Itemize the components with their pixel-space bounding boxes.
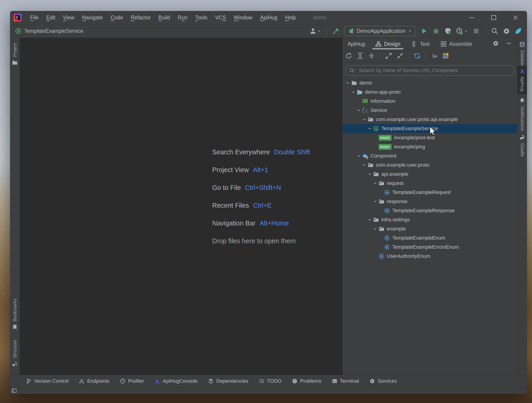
toolwindow-services[interactable]: Services	[369, 378, 397, 384]
menu-refactor[interactable]: Refactor	[131, 15, 151, 21]
sync-button[interactable]	[414, 52, 421, 60]
chevron-down-icon[interactable]	[367, 217, 373, 222]
menu-edit[interactable]: Edit	[46, 15, 55, 21]
expand-all-button[interactable]	[357, 52, 364, 60]
menu-help[interactable]: Help	[285, 15, 296, 21]
debug-button[interactable]	[432, 27, 440, 35]
maximize-diag-button[interactable]	[385, 52, 392, 60]
chevron-down-icon[interactable]	[367, 126, 373, 131]
panel-settings-button[interactable]	[493, 40, 499, 48]
tree-row[interactable]: {}Service	[342, 106, 517, 115]
toolwindow-problems[interactable]: Problems	[292, 378, 321, 384]
tab-test[interactable]: Test	[411, 38, 430, 50]
toolwindow-todo[interactable]: TODO	[259, 378, 281, 384]
tree-row[interactable]: api.example	[342, 170, 517, 179]
profiler-button[interactable]	[456, 27, 468, 35]
stop-button[interactable]	[473, 27, 480, 35]
tree-row[interactable]: demo-app-proto	[342, 88, 517, 97]
tree-row[interactable]: mTemplateExampleRequest	[342, 188, 517, 197]
shortcut-keys: Ctrl+E	[253, 202, 272, 209]
svg-text:m: m	[363, 154, 366, 158]
editor-area: Search EverywhereDouble ShiftProject Vie…	[20, 38, 342, 375]
minimize-diag-button[interactable]	[397, 52, 403, 60]
tree-row[interactable]: example	[342, 224, 517, 233]
menu-file[interactable]: File	[30, 15, 38, 21]
debug-icon	[432, 27, 440, 35]
tree-row[interactable]: request	[342, 179, 517, 188]
tree-row[interactable]: EUserAuthorityEnum	[342, 252, 517, 261]
tree-row[interactable]: demo	[342, 78, 517, 88]
toolwindow-endpoints[interactable]: Endpoints	[79, 378, 109, 384]
layout-icon[interactable]	[11, 388, 17, 393]
stripe-tab-bookmarks[interactable]: Bookmarks	[10, 296, 20, 332]
panel-hide-button[interactable]	[506, 40, 512, 48]
breadcrumb-label: TemplateExampleService	[24, 28, 83, 34]
tree-label: com.example.user.proto	[376, 162, 430, 168]
run-with-coverage-button[interactable]	[444, 27, 451, 35]
chevron-down-icon[interactable]	[361, 163, 367, 167]
settings-button[interactable]	[503, 27, 510, 35]
tree-row[interactable]: POST/example/ping	[342, 142, 517, 151]
refresh-button[interactable]	[345, 52, 352, 60]
tree-row[interactable]: Information	[342, 97, 517, 106]
color-grid-button[interactable]	[442, 52, 449, 60]
collapse-all-button[interactable]	[368, 52, 375, 60]
toolwindow-terminal[interactable]: Terminal	[332, 378, 359, 384]
breadcrumb[interactable]: S TemplateExampleService	[15, 28, 83, 34]
menu-run[interactable]: Run	[178, 15, 187, 21]
open-external-button[interactable]	[431, 52, 438, 60]
menu-code[interactable]: Code	[111, 15, 123, 21]
toolwindow-profiler[interactable]: Profiler	[120, 378, 144, 384]
window-close-button[interactable]	[511, 13, 520, 22]
menu-window[interactable]: Window	[234, 15, 252, 21]
menu-navigate[interactable]: Navigate	[82, 15, 103, 21]
tab-design[interactable]: Design	[375, 38, 400, 50]
chevron-down-icon[interactable]	[361, 117, 367, 122]
tree-row[interactable]: mTemplateExampleResponse	[342, 206, 517, 215]
panel-search-input[interactable]	[359, 67, 511, 74]
menu-vcs[interactable]: VCS	[215, 15, 226, 21]
toolwindow-version-control[interactable]: Version Control	[26, 378, 68, 384]
tree-row[interactable]: infra.settings	[342, 215, 517, 224]
build-project-button[interactable]	[332, 27, 340, 35]
dependencies-icon	[208, 378, 214, 384]
tree-row[interactable]: mComponent	[342, 151, 517, 160]
toolwindow-dependencies[interactable]: Dependencies	[208, 378, 248, 384]
window-minimize-button[interactable]	[467, 13, 476, 22]
tab-label: Test	[420, 41, 430, 47]
stripe-tab-gradle[interactable]: Gradle	[517, 132, 527, 159]
menu-view[interactable]: View	[63, 15, 74, 21]
tree-row[interactable]: response	[342, 197, 517, 206]
tree-label: request	[387, 180, 403, 186]
stripe-tab-project[interactable]: Project	[10, 41, 20, 68]
run-button[interactable]	[421, 27, 428, 35]
chevron-down-icon[interactable]	[356, 154, 362, 158]
mouse-cursor	[428, 126, 436, 137]
toolwindow-apihugconsole[interactable]: ApiHugConsole	[155, 378, 198, 384]
chevron-down-icon[interactable]	[356, 108, 362, 113]
run-configuration-select[interactable]: DemoAppApplication	[344, 26, 416, 36]
chevron-down-icon[interactable]	[372, 181, 378, 186]
tree-row[interactable]: ETemplateExampleErrorsEnum	[342, 243, 517, 252]
tab-assemble[interactable]: Assemble	[441, 38, 472, 50]
chevron-down-icon[interactable]	[367, 172, 373, 176]
tree-row[interactable]: ETemplateExampleEnum	[342, 233, 517, 243]
chevron-down-icon[interactable]	[350, 90, 356, 94]
stripe-tab-apihug[interactable]: ApiHug	[517, 66, 527, 94]
tree-row[interactable]: com.example.user.proto.api.example	[342, 115, 517, 124]
user-profile-button[interactable]	[309, 27, 321, 35]
stripe-tab-notifications[interactable]: Notifications	[517, 95, 527, 133]
menu-tools[interactable]: Tools	[195, 15, 207, 21]
menu-apihug[interactable]: ApiHug	[260, 15, 277, 21]
search-everywhere-button[interactable]	[491, 27, 498, 35]
tree-row[interactable]: com.example.user.proto	[342, 160, 517, 170]
chevron-down-icon[interactable]	[372, 199, 378, 204]
ai-icon	[515, 27, 522, 35]
chevron-down-icon[interactable]	[372, 227, 378, 231]
toolwindow-label: Profiler	[128, 378, 144, 384]
menu-build[interactable]: Build	[158, 15, 170, 21]
ai-assistant-button[interactable]	[515, 27, 522, 35]
stripe-tab-structure[interactable]: Structure	[10, 337, 20, 369]
window-maximize-button[interactable]	[489, 13, 498, 22]
chevron-down-icon[interactable]	[345, 81, 351, 85]
